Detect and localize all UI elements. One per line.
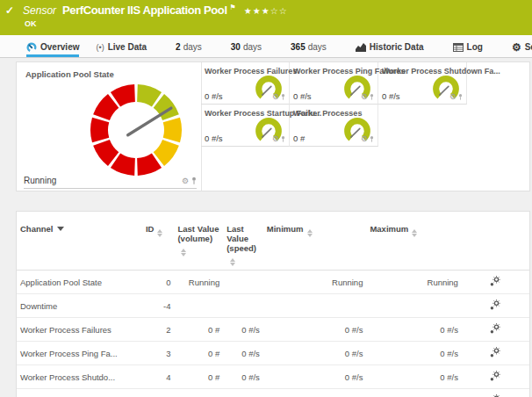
channel-name: Worker Process Ping Fa... [17, 342, 142, 365]
status-badge: OK [0, 17, 532, 28]
last-value-speed [223, 294, 263, 318]
pin-icon[interactable] [191, 177, 197, 185]
sort-arrows-icon [181, 249, 186, 256]
last-value-volume: 0 # [174, 365, 223, 389]
log-table-icon [453, 43, 464, 52]
live-data-icon: (•) [96, 43, 104, 52]
table-row: Worker Process Shutdo... 4 0 # 0 #/s 0 #… [17, 365, 529, 389]
tab-overview[interactable]: Overview [26, 35, 79, 57]
maximum-value: 0 #/s [366, 365, 461, 389]
column-header-last-value-volume[interactable]: Last Value(volume) [174, 212, 223, 271]
channel-settings-icon[interactable] [490, 347, 500, 357]
channel-id: 4 [142, 365, 175, 389]
status-check-icon: ✓ [5, 4, 14, 17]
channel-id: 0 [142, 271, 175, 294]
gear-icon[interactable]: ⚙ [272, 135, 279, 143]
tab-historic-data[interactable]: Historic Data [356, 35, 424, 57]
maximum-value [366, 294, 461, 318]
channel-settings-icon[interactable] [490, 323, 500, 334]
maximum-value: 0 #/s [366, 389, 461, 397]
gear-icon[interactable]: ⚙ [449, 93, 457, 101]
gear-icon[interactable]: ⚙ [272, 93, 279, 101]
gauge-cell-worker-process-ping-failures[interactable]: Worker Process Ping Failures 0 #/s ⚙ [290, 62, 378, 105]
column-header-last-value-speed[interactable]: Last Value(speed) [223, 212, 263, 271]
settings-gear-icon: ⚙ [512, 42, 521, 53]
gauge-value: 0 #/s [382, 91, 400, 101]
last-value-speed: 0 #/s [223, 342, 263, 365]
maximum-value: 0 #/s [366, 318, 461, 342]
gauge-cell-worker-process-startup-failures[interactable]: Worker Process Startup Failu... 0 #/s ⚙ [201, 105, 290, 147]
gauge-value: 0 #/s [205, 134, 223, 143]
channel-settings-icon[interactable] [490, 276, 500, 286]
table-row: Worker Process Startup... 5 0 # 0 #/s 0 … [17, 389, 529, 397]
channel-id: 2 [142, 318, 175, 342]
gauge-title: Worker Process Shutdown Fa... [382, 67, 500, 76]
pin-icon[interactable] [370, 93, 374, 101]
gear-icon[interactable]: ⚙ [182, 177, 189, 185]
application-pool-state-gauge [88, 82, 184, 178]
channel-id: 3 [142, 342, 175, 365]
tab-2-days[interactable]: 2 days [176, 35, 202, 57]
sensor-page: ✓ Sensor PerfCounter IIS Application Poo… [0, 0, 532, 397]
gauge-value: 0 #/s [205, 91, 223, 101]
tab-overview-label: Overview [40, 42, 79, 52]
pin-icon[interactable] [281, 93, 285, 101]
gauge-title: Worker Processes [293, 109, 362, 118]
tab-365-days-word: days [308, 42, 327, 52]
tab-365-days[interactable]: 365 days [291, 35, 327, 57]
tab-settings[interactable]: ⚙ Settings [512, 35, 532, 57]
channel-name: Worker Process Startup... [17, 389, 142, 397]
gear-icon[interactable]: ⚙ [361, 93, 368, 101]
minimum-value [263, 294, 367, 318]
minimum-value: 0 #/s [263, 365, 367, 389]
last-value-speed: 0 #/s [223, 365, 263, 389]
pin-icon[interactable] [458, 93, 463, 101]
sensor-title: PerfCounter IIS Application Pool [62, 4, 227, 17]
column-header-channel[interactable]: Channel [17, 212, 142, 271]
table-row: Application Pool State 0 Running Running… [17, 271, 529, 294]
column-header-id[interactable]: ID [142, 212, 175, 271]
tab-30-days[interactable]: 30 days [231, 35, 262, 57]
table-row: Worker Process Ping Fa... 3 0 # 0 #/s 0 … [17, 342, 529, 365]
tab-365-days-number: 365 [291, 42, 306, 52]
maximum-value: 0 #/s [366, 342, 461, 365]
gauge-cell-worker-processes[interactable]: Worker Processes 0 # ⚙ [290, 105, 378, 147]
last-value-volume [174, 294, 223, 318]
gauge-cell-application-pool-state[interactable]: Application Pool State Running [17, 62, 202, 191]
last-value-volume: Running [174, 271, 223, 294]
pin-icon[interactable] [281, 135, 285, 143]
pin-icon[interactable] [370, 135, 374, 143]
gear-icon[interactable]: ⚙ [361, 135, 368, 143]
channel-settings-icon[interactable] [490, 300, 500, 310]
gauge-cell-worker-process-shutdown-failures[interactable]: Worker Process Shutdown Fa... 0 #/s ⚙ [378, 62, 467, 105]
tab-log[interactable]: Log [453, 35, 483, 57]
last-value-speed [223, 271, 263, 294]
last-value-speed: 0 #/s [223, 389, 263, 397]
tab-historic-data-label: Historic Data [370, 42, 424, 52]
priority-flag-icon[interactable]: ⚑ [230, 4, 236, 11]
minimum-value: 0 #/s [263, 318, 367, 342]
tab-30-days-word: days [243, 42, 262, 52]
gauge-value: 0 #/s [293, 91, 312, 101]
sort-arrows-icon [157, 229, 162, 237]
last-value-volume: 0 # [174, 389, 223, 397]
tab-2-days-number: 2 [176, 42, 181, 52]
stars-empty[interactable]: ☆☆ [270, 6, 288, 16]
star-rating[interactable]: ★★★☆☆ [244, 6, 288, 16]
sort-arrows-icon [307, 229, 313, 237]
minimum-value: 0 #/s [263, 389, 367, 397]
channel-settings-icon[interactable] [490, 371, 500, 381]
column-header-minimum[interactable]: Minimum [263, 212, 367, 271]
channel-name: Downtime [17, 294, 142, 318]
maximum-value: Running [366, 271, 461, 294]
tab-live-data[interactable]: (•) Live Data [96, 35, 147, 57]
gauge-cell-worker-process-failures[interactable]: Worker Process Failures 0 #/s ⚙ [201, 62, 290, 105]
sensor-status-bar: ✓ Sensor PerfCounter IIS Application Poo… [0, 0, 532, 35]
stars-filled[interactable]: ★★★ [244, 6, 270, 16]
column-header-maximum[interactable]: Maximum [366, 212, 461, 271]
minimum-value: 0 #/s [263, 342, 367, 365]
gauge-value: 0 # [293, 134, 305, 143]
last-value-volume: 0 # [174, 318, 223, 342]
last-value-speed: 0 #/s [223, 318, 263, 342]
channel-id: 5 [142, 389, 175, 397]
